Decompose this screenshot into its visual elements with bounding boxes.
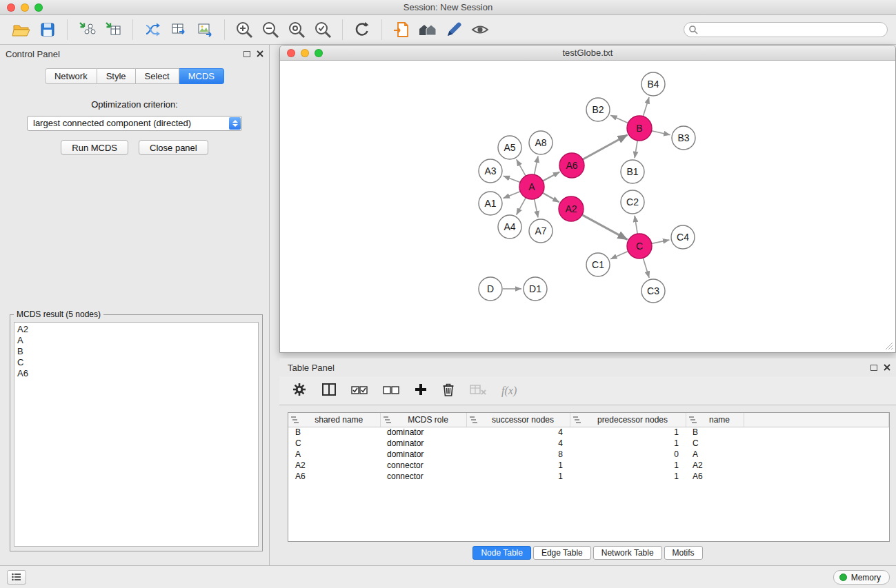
graph-node-D[interactable]: D bbox=[479, 277, 502, 301]
column-header[interactable]: successor nodes bbox=[466, 413, 570, 427]
close-window-button[interactable] bbox=[7, 3, 15, 12]
graph-edge-A-A1[interactable] bbox=[504, 192, 521, 199]
function-builder-button[interactable]: f(x) bbox=[501, 385, 517, 397]
graph-edge-A-A6[interactable] bbox=[543, 172, 560, 181]
column-header[interactable]: shared name bbox=[288, 413, 380, 427]
deselect-all-button[interactable] bbox=[383, 385, 399, 397]
graph-node-B[interactable]: B bbox=[627, 116, 652, 141]
graph-edge-B-B1[interactable] bbox=[635, 141, 637, 158]
table-settings-button[interactable] bbox=[292, 382, 307, 400]
graph-edge-A-A5[interactable] bbox=[517, 159, 526, 176]
select-all-button[interactable] bbox=[351, 385, 368, 397]
graph-edge-A-A8[interactable] bbox=[535, 156, 538, 175]
graph-node-B3[interactable]: B3 bbox=[672, 126, 695, 150]
dropdown-stepper-icon[interactable] bbox=[229, 117, 241, 130]
network-zoom-button[interactable] bbox=[315, 49, 323, 57]
graph-node-A6[interactable]: A6 bbox=[559, 153, 584, 178]
zoom-selected-button[interactable] bbox=[310, 17, 336, 42]
zoom-window-button[interactable] bbox=[34, 3, 43, 12]
criterion-dropdown[interactable]: largest connected component (directed) bbox=[27, 116, 242, 131]
tab-motifs[interactable]: Motifs bbox=[664, 546, 703, 560]
graph-node-A8[interactable]: A8 bbox=[529, 131, 552, 154]
search-input[interactable] bbox=[684, 22, 888, 37]
graph-node-A[interactable]: A bbox=[519, 174, 544, 199]
zoom-fit-button[interactable] bbox=[283, 17, 310, 42]
import-network-button[interactable] bbox=[74, 17, 100, 42]
graph-edge-A-A2[interactable] bbox=[543, 193, 559, 202]
mcds-result-item[interactable]: A bbox=[17, 335, 255, 346]
graph-edge-C-C1[interactable] bbox=[610, 251, 628, 258]
resize-grip-icon[interactable] bbox=[885, 342, 893, 350]
delete-row-button[interactable] bbox=[442, 383, 455, 399]
refresh-button[interactable] bbox=[349, 17, 375, 42]
add-row-button[interactable] bbox=[415, 383, 427, 398]
float-table-panel-icon[interactable] bbox=[870, 365, 877, 371]
node-table[interactable]: shared nameMCDS rolesuccessor nodesprede… bbox=[288, 412, 890, 542]
graph-node-A4[interactable]: A4 bbox=[498, 215, 521, 239]
graph-edge-A-A4[interactable] bbox=[517, 198, 526, 215]
graph-node-A1[interactable]: A1 bbox=[479, 192, 502, 215]
first-neighbors-button[interactable] bbox=[388, 17, 415, 42]
table-row[interactable]: Adominator80A bbox=[288, 449, 889, 460]
graph-node-B2[interactable]: B2 bbox=[586, 98, 610, 121]
close-panel-button[interactable]: Close panel bbox=[139, 140, 208, 155]
mcds-result-item[interactable]: A6 bbox=[17, 368, 255, 379]
close-table-panel-icon[interactable] bbox=[884, 364, 890, 371]
mcds-result-item[interactable]: B bbox=[17, 346, 255, 357]
tab-node-table[interactable]: Node Table bbox=[472, 546, 531, 560]
mcds-result-item[interactable]: C bbox=[17, 357, 255, 368]
graph-node-B1[interactable]: B1 bbox=[621, 160, 644, 183]
table-row[interactable]: Bdominator41B bbox=[288, 427, 889, 438]
graph-edge-A2-C[interactable] bbox=[582, 215, 628, 240]
graph-edge-A6-B[interactable] bbox=[583, 135, 628, 160]
zoom-out-button[interactable] bbox=[257, 17, 283, 42]
graph-node-C3[interactable]: C3 bbox=[641, 279, 665, 303]
network-canvas[interactable]: B4B2BB3A5A8A6A3B1AA1C2A2A4A7C4CC1DD1C3 bbox=[281, 61, 895, 352]
annotation-pen-button[interactable] bbox=[441, 17, 467, 42]
tab-edge-table[interactable]: Edge Table bbox=[533, 546, 591, 560]
network-window-titlebar[interactable]: testGlobe.txt bbox=[280, 45, 895, 61]
graph-node-C2[interactable]: C2 bbox=[621, 190, 644, 214]
graph-edge-A-A7[interactable] bbox=[535, 199, 538, 218]
graph-edge-B-B2[interactable] bbox=[610, 115, 628, 123]
network-close-button[interactable] bbox=[287, 49, 295, 57]
column-header[interactable]: predecessor nodes bbox=[570, 413, 686, 427]
close-panel-icon[interactable] bbox=[257, 50, 263, 57]
open-file-button[interactable] bbox=[8, 17, 34, 42]
network-minimize-button[interactable] bbox=[301, 49, 309, 57]
graph-edge-B-B4[interactable] bbox=[643, 97, 649, 116]
tab-style[interactable]: Style bbox=[97, 68, 136, 84]
table-row[interactable]: Cdominator41C bbox=[288, 438, 889, 449]
network-graph[interactable]: B4B2BB3A5A8A6A3B1AA1C2A2A4A7C4CC1DD1C3 bbox=[281, 61, 896, 353]
graph-node-B4[interactable]: B4 bbox=[641, 72, 665, 96]
table-row[interactable]: A2connector11A2 bbox=[288, 460, 889, 471]
memory-button[interactable]: Memory bbox=[833, 570, 890, 585]
export-table-button[interactable] bbox=[166, 17, 192, 42]
tab-select[interactable]: Select bbox=[136, 68, 179, 84]
export-image-button[interactable] bbox=[192, 17, 218, 42]
mcds-result-list[interactable]: A2ABCA6 bbox=[14, 322, 259, 547]
mcds-result-item[interactable]: A2 bbox=[17, 324, 255, 335]
graph-edge-B-B3[interactable] bbox=[652, 131, 670, 135]
graph-edge-A-A3[interactable] bbox=[504, 176, 521, 182]
task-history-button[interactable] bbox=[7, 570, 26, 585]
graph-node-A7[interactable]: A7 bbox=[529, 219, 552, 243]
graph-node-A5[interactable]: A5 bbox=[498, 136, 521, 159]
table-row[interactable]: A6connector11A6 bbox=[288, 471, 889, 482]
float-panel-icon[interactable] bbox=[243, 51, 250, 57]
home-views-button[interactable] bbox=[415, 17, 441, 42]
run-mcds-button[interactable]: Run MCDS bbox=[61, 140, 128, 155]
tab-mcds[interactable]: MCDS bbox=[179, 68, 224, 84]
save-session-button[interactable] bbox=[34, 17, 61, 42]
minimize-window-button[interactable] bbox=[21, 3, 29, 12]
graph-edge-C-C4[interactable] bbox=[652, 240, 670, 243]
graph-node-C[interactable]: C bbox=[627, 234, 652, 258]
graph-node-A3[interactable]: A3 bbox=[479, 159, 502, 183]
show-hide-button[interactable] bbox=[467, 17, 493, 42]
column-header[interactable]: name bbox=[686, 413, 744, 427]
column-header[interactable]: MCDS role bbox=[380, 413, 466, 427]
new-network-button[interactable] bbox=[139, 17, 166, 42]
graph-node-A2[interactable]: A2 bbox=[559, 196, 584, 221]
graph-node-D1[interactable]: D1 bbox=[524, 277, 547, 301]
tab-network[interactable]: Network bbox=[45, 68, 97, 84]
